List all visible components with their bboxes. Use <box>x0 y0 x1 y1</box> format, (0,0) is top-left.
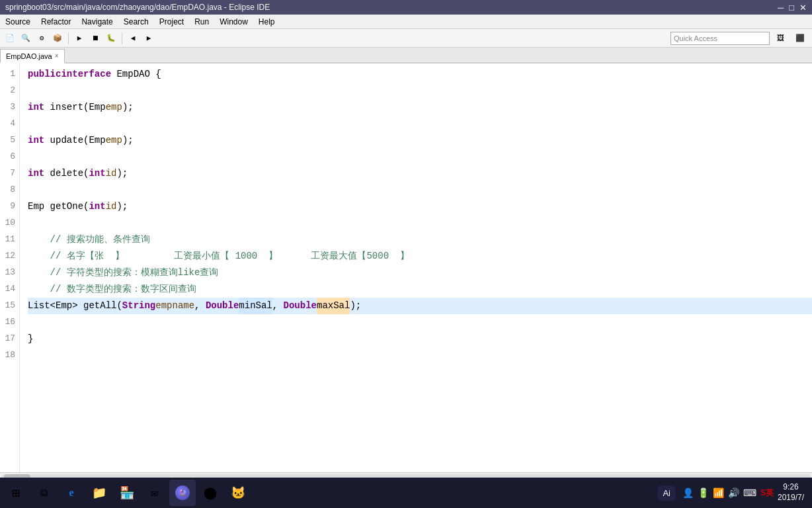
quick-access-input[interactable]: Quick Access <box>670 32 770 45</box>
tab-close-btn[interactable]: × <box>55 52 59 60</box>
toolbar-btn8[interactable]: ◀ <box>126 31 140 46</box>
tray-icon5: ⌨ <box>743 487 756 498</box>
toolbar-sep2 <box>122 32 122 44</box>
line-num-18: 18 <box>0 347 15 364</box>
line-num-10: 10 <box>0 215 15 232</box>
tray-icon2: 🔋 <box>698 487 709 498</box>
menubar-item-source[interactable]: Source <box>0 15 36 28</box>
titlebar-title: springboot03/src/main/java/com/zhaoyang/… <box>5 3 270 12</box>
toolbar: 📄 🔍 ⚙ 📦 ▶ ⏹ 🐛 ◀ ▶ Quick Access 🖼 ⬛ <box>0 29 812 48</box>
cat-button[interactable]: 🐱 <box>225 480 251 506</box>
code-line-12: // 名字【张 】 工资最小值【 1000 】 工资最大值【5000 】 <box>28 248 812 265</box>
close-button[interactable]: ✕ <box>799 3 807 13</box>
code-line-5: int update(Emp emp); <box>28 132 812 149</box>
minimize-button[interactable]: ─ <box>778 3 784 13</box>
code-line-15: List<Emp> getAll(String empname, Double … <box>28 298 812 314</box>
menubar-item-project[interactable]: Project <box>154 15 189 28</box>
code-line-4 <box>28 116 812 132</box>
explorer-button[interactable]: 📁 <box>86 480 112 506</box>
code-line-17: } <box>28 331 812 347</box>
line-num-6: 6 <box>0 149 15 165</box>
ai-button[interactable]: Ai <box>657 486 676 501</box>
edge-button[interactable]: e <box>58 480 85 506</box>
toolbar-btn9[interactable]: ▶ <box>142 31 156 46</box>
toolbar-sep1 <box>68 32 69 44</box>
toolbar-btn4[interactable]: 📦 <box>50 31 65 46</box>
toolbar-btn5[interactable]: ▶ <box>72 31 87 46</box>
mail-button[interactable]: ✉ <box>142 480 168 506</box>
line-num-7: 7 <box>0 165 15 182</box>
line-num-17: 17 <box>0 331 15 347</box>
line-num-13: 13 <box>0 265 15 281</box>
line-num-12: 12 <box>0 248 15 265</box>
code-line-10 <box>28 215 812 232</box>
code-line-6 <box>28 149 812 165</box>
titlebar: springboot03/src/main/java/com/zhaoyang/… <box>0 0 812 15</box>
line-num-8: 8 <box>0 182 15 198</box>
code-line-14: // 数字类型的搜索：数字区间查询 <box>28 281 812 298</box>
titlebar-controls: ─ □ ✕ <box>778 3 807 13</box>
toolbar-new[interactable]: 📄 <box>3 31 17 46</box>
line-numbers: 123456789101112131415161718 <box>0 64 20 472</box>
tray-icon1: 👤 <box>682 487 694 498</box>
eclipse-button[interactable]: 🔮 <box>169 480 196 506</box>
line-num-15: 15 <box>0 298 15 314</box>
task-view-button[interactable]: ⧉ <box>30 480 57 506</box>
taskbar: ⊞ ⧉ e 📁 🏪 ✉ 🔮 ⬤ 🐱 Ai 👤 🔋 📶 🔊 ⌨ S英 9:26 2… <box>0 478 812 508</box>
maximize-button[interactable]: □ <box>789 3 794 13</box>
line-num-4: 4 <box>0 116 15 132</box>
code-line-1: public interface EmpDAO { <box>28 66 812 83</box>
code-line-3: int insert(Emp emp); <box>28 99 812 116</box>
tab-empdao[interactable]: EmpDAO.java × <box>0 49 65 64</box>
store-button[interactable]: 🏪 <box>114 480 140 506</box>
line-num-5: 5 <box>0 132 15 149</box>
toolbar-btn-end1[interactable]: 🖼 <box>771 31 790 46</box>
line-num-2: 2 <box>0 83 15 99</box>
menubar-item-navigate[interactable]: Navigate <box>76 15 118 28</box>
code-line-18 <box>28 347 812 364</box>
quick-access-label: Quick Access <box>674 34 717 42</box>
code-line-9: Emp getOne(int id); <box>28 198 812 215</box>
code-area[interactable]: public interface EmpDAO { int insert(Emp… <box>20 64 812 472</box>
toolbar-btn6[interactable]: ⏹ <box>88 31 102 46</box>
toolbar-btn-end2[interactable]: ⬛ <box>791 31 809 46</box>
line-num-14: 14 <box>0 281 15 298</box>
code-line-16 <box>28 314 812 331</box>
taskbar-system-tray: 👤 🔋 📶 🔊 ⌨ S英 9:26 2019/7/ <box>677 482 809 503</box>
editor: 123456789101112131415161718 public inter… <box>0 64 812 472</box>
menubar-item-search[interactable]: Search <box>118 15 154 28</box>
line-num-1: 1 <box>0 66 15 83</box>
toolbar-btn2[interactable]: 🔍 <box>19 31 33 46</box>
toolbar-btn3[interactable]: ⚙ <box>34 31 49 46</box>
code-line-8 <box>28 182 812 198</box>
code-line-11: // 搜索功能、条件查询 <box>28 232 812 248</box>
menubar-item-window[interactable]: Window <box>214 15 253 28</box>
tab-label: EmpDAO.java <box>6 52 52 60</box>
line-num-9: 9 <box>0 198 15 215</box>
tabbar: EmpDAO.java × <box>0 48 812 64</box>
tray-icon3: 📶 <box>713 487 724 498</box>
start-button[interactable]: ⊞ <box>3 480 29 506</box>
menubar-item-run[interactable]: Run <box>189 15 214 28</box>
tray-icon4: 🔊 <box>728 487 739 498</box>
toolbar-btn7[interactable]: 🐛 <box>104 31 118 46</box>
menubar: SourceRefactorNavigateSearchProjectRunWi… <box>0 15 812 29</box>
record-button[interactable]: ⬤ <box>197 480 223 506</box>
line-num-3: 3 <box>0 99 15 116</box>
line-num-16: 16 <box>0 314 15 331</box>
taskbar-time: 9:26 2019/7/ <box>778 482 804 503</box>
menubar-item-refactor[interactable]: Refactor <box>36 15 76 28</box>
menubar-item-help[interactable]: Help <box>253 15 280 28</box>
code-line-13: // 字符类型的搜索：模糊查询like查询 <box>28 265 812 281</box>
line-num-11: 11 <box>0 232 15 248</box>
tray-icon6: S英 <box>760 487 774 499</box>
code-line-2 <box>28 83 812 99</box>
code-line-7: int delete(int id); <box>28 165 812 182</box>
